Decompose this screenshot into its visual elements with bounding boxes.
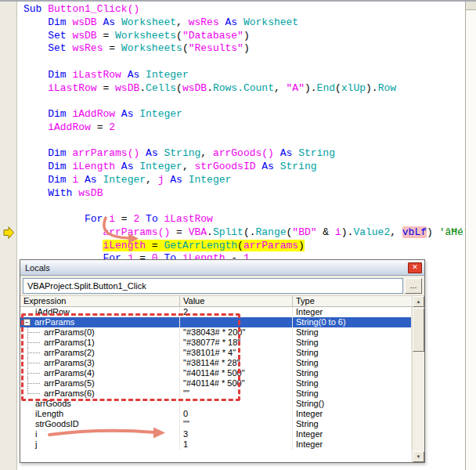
code-line[interactable]: Dim arrParams() As String, arrGoods() As… <box>23 147 465 161</box>
code-line[interactable]: Dim wsDB As Worksheet, wsRes As Workshee… <box>23 16 465 30</box>
code-token: As <box>225 16 243 28</box>
code-token: To <box>146 213 164 225</box>
code-token: For <box>85 213 109 225</box>
expression-cell: arrParams(3) <box>20 358 180 368</box>
code-line[interactable]: Set wsDB = Worksheets("Database") <box>23 30 465 43</box>
locals-row[interactable]: j1Integer <box>20 439 412 450</box>
locals-row[interactable]: arrGoodsString() <box>20 399 412 409</box>
code-line[interactable]: Dim iLength As Integer, strGoodsID As St… <box>23 161 465 174</box>
editor-scrollbar[interactable] <box>465 2 476 470</box>
code-token: = <box>115 213 133 225</box>
code-token: xlUp <box>341 82 366 94</box>
locals-row[interactable]: arrParams(0)"#38043# * 200"String <box>20 327 412 338</box>
code-token: . <box>207 82 213 94</box>
code-token: Range <box>256 226 287 238</box>
locals-row[interactable]: iAddRow2Integer <box>20 307 412 317</box>
code-line[interactable]: With wsDB <box>23 187 465 201</box>
expression-cell: j <box>20 439 180 450</box>
vbe-code-window: Sub Button1_Click() Dim wsDB As Workshee… <box>0 0 476 470</box>
locals-row[interactable]: arrParams(1)"#38077# * 18"String <box>20 338 412 348</box>
expression-cell: strGoodsID <box>20 419 180 429</box>
collapse-icon[interactable]: − <box>23 319 31 326</box>
editor-scroll-box[interactable] <box>466 2 476 10</box>
code-token: , <box>390 226 402 238</box>
locals-row[interactable]: strGoodsID""String <box>20 419 412 429</box>
locals-row[interactable]: arrParams(5)"#40114# * 500"String <box>20 378 412 389</box>
code-token <box>115 108 121 120</box>
code-line[interactable] <box>23 135 465 148</box>
code-token: arrParams <box>243 240 298 251</box>
code-token: iAddRow <box>48 121 91 133</box>
code-line[interactable] <box>23 200 465 213</box>
value-cell: "#38043# * 200" <box>180 327 293 338</box>
locals-row[interactable]: i3Integer <box>20 429 412 439</box>
code-line[interactable] <box>23 95 465 108</box>
code-line[interactable]: Dim iLastRow As Integer <box>23 69 465 82</box>
locals-row[interactable]: −arrParamsString(0 to 6) <box>20 317 412 327</box>
code-token <box>23 174 48 186</box>
code-token: Worksheet <box>243 16 298 28</box>
code-token: Integer <box>146 69 189 81</box>
type-cell: Integer <box>293 429 412 439</box>
code-line[interactable]: For i = 2 To iLastRow <box>23 213 465 226</box>
code-token: wsDB <box>78 187 103 199</box>
locals-row[interactable]: arrParams(2)"#38101# * 4"String <box>20 348 412 358</box>
scroll-thumb[interactable] <box>413 308 424 352</box>
expression-label: arrParams <box>34 317 74 327</box>
expression-label: arrParams(4) <box>44 368 95 378</box>
locals-row[interactable]: iLength0Integer <box>20 409 412 419</box>
scroll-down-icon[interactable]: ▼ <box>413 451 424 462</box>
expression-label: arrGoods <box>35 399 71 409</box>
code-token: 'âĦé°ªØ <box>439 226 465 238</box>
code-line[interactable]: iLastRow = wsDB.Cells(wsDB.Rows.Count, "… <box>23 82 465 96</box>
expression-label: iLength <box>35 409 63 419</box>
breakpoint-margin[interactable] <box>0 2 17 470</box>
locals-title: Locals <box>25 263 408 273</box>
code-line[interactable]: iLength = GetArrLength(arrParams) <box>23 240 465 253</box>
code-token: As <box>170 174 188 186</box>
call-stack-button[interactable]: ... <box>405 278 422 294</box>
code-token <box>23 187 48 199</box>
code-token: . <box>207 226 213 238</box>
column-header-expression[interactable]: Expression <box>20 296 180 306</box>
code-token: arrParams() <box>72 147 139 159</box>
locals-titlebar[interactable]: Locals ✕ <box>20 260 424 276</box>
code-token <box>23 16 48 28</box>
type-cell: String <box>293 378 412 389</box>
locals-row[interactable]: arrParams(4)"#40114# * 500"String <box>20 368 412 378</box>
code-token: Integer <box>139 161 182 172</box>
scroll-up-icon[interactable]: ▲ <box>413 296 424 307</box>
type-cell: String(0 to 6) <box>293 317 412 327</box>
code-line[interactable] <box>23 56 465 69</box>
window-border-top <box>0 0 476 2</box>
code-token: Value2 <box>353 226 390 238</box>
column-header-type[interactable]: Type <box>293 296 412 306</box>
code-token: Set <box>48 30 72 42</box>
code-line[interactable]: Dim iAddRow As Integer <box>23 108 465 121</box>
code-token: As <box>85 174 103 186</box>
code-token: As <box>261 161 279 172</box>
code-token <box>23 226 103 238</box>
code-line[interactable]: iAddRow = 2 <box>23 121 465 135</box>
code-token: Cells <box>146 82 176 94</box>
expression-cell: arrParams(4) <box>20 368 180 378</box>
expression-cell: arrParams(2) <box>20 348 180 358</box>
locals-row[interactable]: arrParams(6)""String <box>20 389 412 399</box>
code-token: Dim <box>48 174 72 186</box>
procedure-combobox[interactable]: VBAProject.Split.Button1_Click <box>23 278 403 294</box>
type-cell: String <box>293 338 412 348</box>
code-line[interactable]: Set wsRes = Worksheets("Results") <box>23 42 465 56</box>
code-token: "Results" <box>189 42 243 54</box>
code-token: = <box>91 121 109 133</box>
code-line[interactable]: arrParams() = VBA.Split(.Range("BD" & i)… <box>23 226 465 240</box>
locals-scrollbar[interactable]: ▲ ▼ <box>412 296 424 462</box>
close-button[interactable]: ✕ <box>408 262 422 273</box>
locals-row[interactable]: arrParams(3)"#38114# * 28"String <box>20 358 412 368</box>
code-token: ( <box>237 240 243 251</box>
code-token: wsDB <box>72 30 96 42</box>
code-token: Dim <box>48 108 72 120</box>
column-header-value[interactable]: Value <box>180 296 293 306</box>
code-line[interactable]: Sub Button1_Click() <box>23 3 465 16</box>
code-token <box>23 82 48 94</box>
code-line[interactable]: Dim i As Integer, j As Integer <box>23 174 465 187</box>
